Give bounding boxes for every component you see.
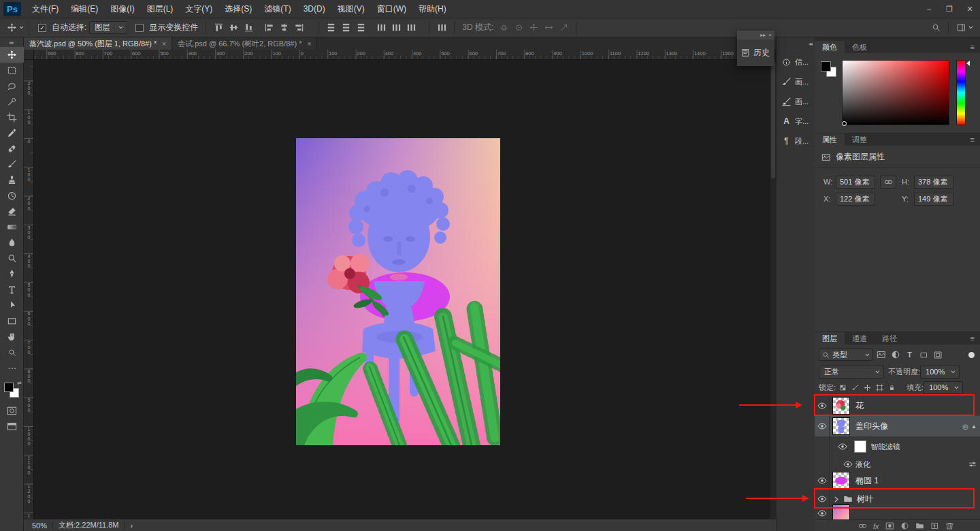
panel-expand-icon[interactable]: ▸▸ — [760, 32, 766, 38]
saturation-brightness-field[interactable] — [842, 60, 949, 125]
quick-mask-button[interactable] — [0, 403, 24, 419]
layers-tab-paths[interactable]: 路径 — [875, 332, 904, 344]
move-tool[interactable] — [0, 47, 24, 63]
filter-options-icon[interactable] — [968, 460, 977, 468]
zoom-tool[interactable] — [0, 344, 24, 360]
dodge-tool[interactable] — [0, 251, 24, 266]
menu-item-type[interactable]: 文字(Y) — [179, 0, 218, 18]
eyedropper-tool[interactable] — [0, 125, 24, 141]
height-value[interactable]: 378 像素 — [914, 176, 953, 189]
menu-item-image[interactable]: 图像(I) — [104, 0, 140, 18]
lock-move-icon[interactable] — [862, 383, 872, 393]
smart-object-filter-icon[interactable] — [932, 349, 945, 361]
filter-toggle-icon[interactable] — [968, 352, 975, 358]
layer-thumbnail[interactable] — [832, 417, 850, 435]
eye-icon[interactable] — [843, 461, 853, 468]
close-tab-icon[interactable]: × — [162, 40, 166, 48]
horizontal-ruler[interactable]: 9008007006005004003002001000100200300400… — [34, 50, 770, 60]
dock-icon-info-panel[interactable]: 信... — [780, 54, 813, 70]
show-transform-checkbox[interactable] — [135, 24, 144, 32]
align-icon-align-horizontal-centers[interactable] — [276, 20, 291, 35]
mode3d-icon-orbit-3d[interactable] — [496, 20, 511, 35]
shape-tool[interactable] — [0, 313, 24, 329]
layer-filter-type-dropdown[interactable]: 类型 — [819, 349, 873, 361]
align-icon-distribute-horizontal-centers[interactable] — [389, 20, 404, 35]
layer-name[interactable]: 盖印头像 — [855, 421, 888, 432]
x-value[interactable]: 122 像素 — [836, 193, 875, 206]
panel-menu-icon[interactable]: ≡ — [970, 43, 975, 51]
lasso-tool[interactable] — [0, 78, 24, 94]
layers-tab-channels[interactable]: 通道 — [845, 332, 875, 344]
menu-item-view[interactable]: 视图(V) — [331, 0, 371, 18]
hand-tool[interactable] — [0, 329, 24, 344]
crop-tool[interactable] — [0, 110, 24, 125]
menu-item-file[interactable]: 文件(F) — [26, 0, 65, 18]
foreground-color-swatch[interactable] — [4, 383, 14, 392]
menu-item-select[interactable]: 选择(S) — [218, 0, 258, 18]
mode3d-icon-scale-3d[interactable] — [556, 20, 571, 35]
edit-toolbar-button[interactable]: ⋯ — [0, 360, 24, 376]
align-icon-align-bottom-edges[interactable] — [241, 20, 256, 35]
align-icon-distribute-left-edges[interactable] — [374, 20, 389, 35]
layer-row-partial[interactable] — [815, 509, 980, 518]
shape-filter-icon[interactable] — [917, 349, 930, 361]
fill-dropdown[interactable]: 100% — [924, 381, 963, 394]
properties-tab-adjustments[interactable]: 调整 — [845, 133, 875, 146]
dock-icon-brushes-panel[interactable]: 画... — [780, 93, 813, 110]
visibility-cell[interactable] — [815, 416, 830, 436]
clone-stamp-tool[interactable] — [0, 172, 24, 188]
panel-menu-icon[interactable]: ≡ — [970, 334, 975, 342]
type-tool[interactable] — [0, 282, 24, 297]
visibility-cell[interactable] — [815, 509, 830, 518]
eraser-tool[interactable] — [0, 204, 24, 219]
menu-item-layer[interactable]: 图层(L) — [141, 0, 180, 18]
lock-paint-icon[interactable] — [850, 383, 860, 393]
align-icon-align-right-edges[interactable] — [291, 20, 306, 35]
dock-icon-paragraph-panel[interactable]: ¶段... — [780, 133, 813, 149]
layer-name[interactable]: 液化 — [855, 460, 870, 470]
y-value[interactable]: 149 像素 — [914, 193, 953, 206]
eye-icon[interactable] — [817, 510, 827, 517]
close-icon[interactable]: × — [768, 32, 772, 38]
visibility-cell[interactable] — [815, 472, 830, 489]
hue-slider-marker[interactable] — [966, 61, 970, 66]
auto-select-dropdown[interactable]: 图层 — [89, 21, 127, 34]
smart-filter-badge-icon[interactable]: ◎▲ — [962, 423, 977, 430]
pen-tool[interactable] — [0, 266, 24, 282]
close-tab-icon[interactable]: × — [307, 40, 311, 48]
search-icon[interactable] — [928, 20, 943, 35]
quick-selection-tool[interactable] — [0, 94, 24, 110]
eye-icon[interactable] — [817, 423, 827, 430]
menu-item-3d[interactable]: 3D(D) — [297, 0, 331, 18]
history-brush-tool[interactable] — [0, 188, 24, 204]
color-picker-ring[interactable] — [842, 121, 847, 126]
adjustment-filter-icon[interactable] — [889, 349, 902, 361]
layers-tab-layers[interactable]: 图层 — [815, 332, 845, 344]
hue-slider[interactable] — [956, 60, 966, 125]
vertical-ruler[interactable]: 2001000100200300400500600700800900100011… — [24, 60, 34, 519]
chevron-down-icon[interactable] — [19, 26, 24, 29]
link-dimensions-icon[interactable] — [880, 176, 896, 189]
align-icon-align-top-edges[interactable] — [211, 20, 226, 35]
align-icon-align-left-edges[interactable] — [261, 20, 276, 35]
width-value[interactable]: 501 像素 — [836, 176, 875, 189]
image-filter-icon[interactable] — [875, 349, 887, 361]
menu-item-help[interactable]: 帮助(H) — [412, 0, 453, 18]
swap-colors-icon[interactable]: ⇄ — [17, 380, 22, 386]
dock-icon-character-panel[interactable]: A字... — [780, 113, 813, 129]
lock-all-icon[interactable] — [887, 383, 897, 393]
marquee-tool[interactable] — [0, 63, 24, 78]
expand-dock-icon[interactable]: ◂◂ — [808, 41, 811, 47]
menu-item-window[interactable]: 窗口(W) — [371, 0, 412, 18]
align-icon-distribute-vertical-centers[interactable] — [338, 20, 353, 35]
status-expand-icon[interactable]: › — [130, 521, 133, 530]
chevron-down-icon[interactable] — [968, 26, 973, 29]
mode3d-icon-roll-3d[interactable] — [511, 20, 526, 35]
path-selection-tool[interactable] — [0, 297, 24, 313]
layer-name[interactable]: 智能滤镜 — [870, 442, 900, 452]
close-button[interactable]: ✕ — [960, 0, 980, 18]
lock-artboard-icon[interactable] — [875, 383, 885, 393]
mode3d-icon-pan-3d[interactable] — [526, 20, 541, 35]
align-icon-align-vertical-centers[interactable] — [226, 20, 241, 35]
canvas-artwork[interactable] — [296, 138, 500, 445]
